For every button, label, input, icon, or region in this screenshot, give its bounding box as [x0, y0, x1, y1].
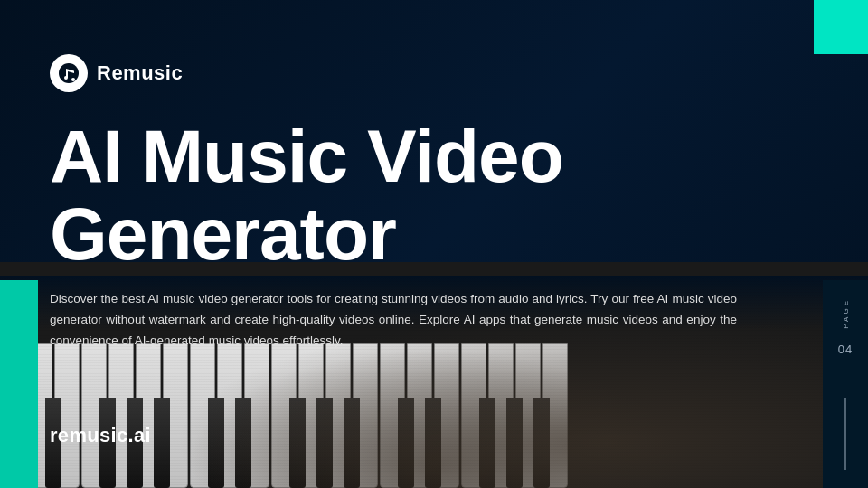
left-accent-bar — [0, 280, 38, 488]
page-label: PAGE — [842, 298, 850, 329]
brand-name: Remusic — [97, 61, 183, 85]
logo-icon — [50, 54, 88, 92]
svg-point-2 — [71, 78, 75, 81]
page-title: AI Music Video Generator — [50, 117, 646, 273]
header: Remusic — [50, 54, 183, 92]
page-container: Remusic AI Music Video Generator — [0, 0, 868, 488]
description-area: Discover the best AI music video generat… — [50, 289, 737, 352]
svg-point-1 — [64, 76, 68, 80]
main-heading-container: AI Music Video Generator — [50, 117, 646, 273]
description-text: Discover the best AI music video generat… — [50, 289, 737, 352]
website-url-container[interactable]: remusic.ai — [50, 424, 151, 447]
teal-corner-accent — [814, 0, 868, 54]
page-number: 04 — [838, 343, 853, 356]
svg-point-0 — [59, 63, 79, 83]
page-indicator: PAGE 04 — [823, 280, 868, 488]
website-url-text[interactable]: remusic.ai — [50, 424, 151, 446]
page-line — [845, 398, 846, 470]
